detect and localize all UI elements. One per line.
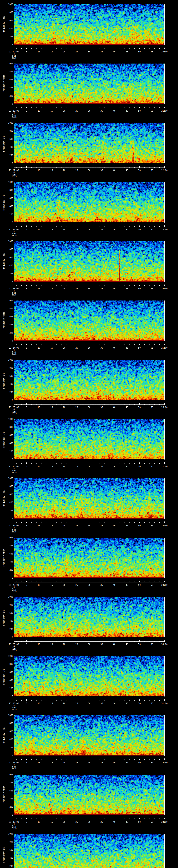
- zero-hz-line: [14, 44, 165, 44]
- x-minor-tick: [122, 285, 122, 286]
- x-tick-label: 10: [38, 465, 40, 467]
- x-minor-tick: [49, 582, 49, 582]
- x-tick-label: 20: [63, 525, 65, 527]
- x-tick-label: 25: [76, 347, 78, 349]
- y-tick-label: 1000: [0, 418, 13, 420]
- x-minor-tick: [44, 700, 44, 701]
- x-minor-tick: [24, 167, 24, 167]
- x-minor-tick: [44, 48, 44, 49]
- x-minor-tick: [31, 226, 32, 227]
- x-minor-tick: [21, 167, 22, 167]
- spectrogram-panel: Frequency (Hz)0200400600800100021:22:005…: [0, 178, 178, 237]
- x-minor-tick: [122, 48, 122, 49]
- x-tick-label: 30: [88, 228, 90, 230]
- x-tick-label: 40: [113, 228, 115, 230]
- spectrogram-canvas: [14, 775, 165, 815]
- y-tick-label: 600: [0, 375, 13, 377]
- y-tick-label: 0: [0, 399, 13, 401]
- x-major-tick: [64, 700, 64, 701]
- x-tick-label: 25: [76, 110, 78, 112]
- x-minor-tick: [99, 641, 99, 642]
- x-minor-tick: [29, 285, 29, 286]
- x-minor-tick: [144, 582, 145, 582]
- x-minor-tick: [87, 226, 87, 227]
- x-tick-label: 20: [63, 465, 65, 467]
- x-axis-line: [14, 167, 165, 168]
- zero-hz-line: [14, 400, 165, 400]
- x-minor-tick: [94, 700, 94, 701]
- x-minor-tick: [69, 167, 69, 167]
- zero-hz-line: [14, 459, 165, 459]
- x-tick-label: 20: [63, 169, 65, 172]
- x-tick-label: 15: [51, 228, 53, 230]
- x-tick-label: 20: [63, 406, 65, 408]
- x-minor-tick: [16, 641, 17, 642]
- x-minor-tick: [41, 226, 42, 227]
- x-minor-tick: [99, 818, 99, 819]
- y-axis-title: Frequency (Hz): [3, 430, 5, 448]
- spectrogram-panel: Frequency (Hz)0200400600800100021:21:005…: [0, 119, 178, 178]
- x-minor-tick: [99, 700, 99, 701]
- x-minor-tick: [54, 700, 54, 701]
- x-tick-label: 15: [51, 525, 53, 527]
- x-minor-tick: [16, 107, 17, 108]
- x-minor-tick: [31, 641, 32, 642]
- x-tick-label: 20: [63, 288, 65, 290]
- x-minor-tick: [16, 167, 17, 167]
- x-major-tick: [52, 107, 52, 108]
- x-tick-label: 20: [63, 51, 65, 53]
- x-minor-tick: [41, 463, 42, 464]
- spectrogram-panel: Frequency (Hz)0200400600800100021:28:005…: [0, 533, 178, 593]
- x-major-tick: [77, 758, 77, 760]
- x-tick-label: 30: [88, 584, 90, 586]
- zero-hz-line: [14, 755, 165, 755]
- x-minor-tick: [44, 463, 44, 464]
- x-minor-tick: [144, 344, 145, 345]
- x-minor-tick: [41, 48, 42, 49]
- x-minor-tick: [87, 48, 87, 49]
- x-minor-tick: [82, 582, 82, 582]
- x-minor-tick: [19, 463, 19, 464]
- x-minor-tick: [66, 344, 67, 345]
- y-tick-label: 200: [0, 628, 13, 630]
- x-tick-label: 25: [76, 584, 78, 586]
- spectrogram-panel: Frequency (Hz)0200400600800100021:29:005…: [0, 592, 178, 652]
- x-tick-label: 35: [100, 821, 103, 823]
- x-minor-tick: [104, 226, 105, 227]
- x-major-tick: [52, 640, 52, 642]
- x-minor-tick: [87, 818, 87, 819]
- x-minor-tick: [47, 167, 47, 167]
- x-end-time-label: 32:00: [161, 762, 168, 764]
- x-major-tick: [52, 462, 52, 464]
- x-minor-tick: [41, 818, 42, 819]
- zero-hz-line: [14, 637, 165, 637]
- x-tick-label: 25: [76, 288, 78, 290]
- x-minor-tick: [41, 759, 42, 760]
- y-tick-label: 0: [0, 814, 13, 816]
- x-tick-label: 40: [113, 347, 115, 349]
- x-tick-label: 5: [26, 762, 27, 764]
- x-tick-label: 55: [151, 51, 153, 53]
- x-minor-tick: [71, 759, 72, 760]
- x-minor-tick: [21, 522, 22, 523]
- x-minor-tick: [59, 641, 59, 642]
- x-minor-tick: [31, 582, 32, 582]
- x-minor-tick: [59, 818, 59, 819]
- spectrogram-panel: Frequency (Hz)0200400600800100021:27:005…: [0, 474, 178, 533]
- x-minor-tick: [44, 344, 44, 345]
- x-tick-label: 35: [100, 643, 103, 645]
- x-minor-tick: [31, 48, 32, 49]
- x-end-time-label: 21:00: [161, 110, 168, 112]
- x-tick-label: 45: [126, 821, 128, 823]
- x-minor-tick: [94, 818, 94, 819]
- x-minor-tick: [82, 48, 82, 49]
- x-minor-tick: [104, 48, 105, 49]
- zero-hz-line: [14, 163, 165, 163]
- x-major-tick: [52, 758, 52, 760]
- x-tick-label: 10: [38, 525, 40, 527]
- x-minor-tick: [47, 759, 47, 760]
- x-major-tick: [52, 166, 52, 167]
- x-tick-label: 50: [138, 762, 141, 764]
- x-end-time-label: 30:00: [161, 643, 168, 645]
- x-major-tick: [127, 107, 127, 108]
